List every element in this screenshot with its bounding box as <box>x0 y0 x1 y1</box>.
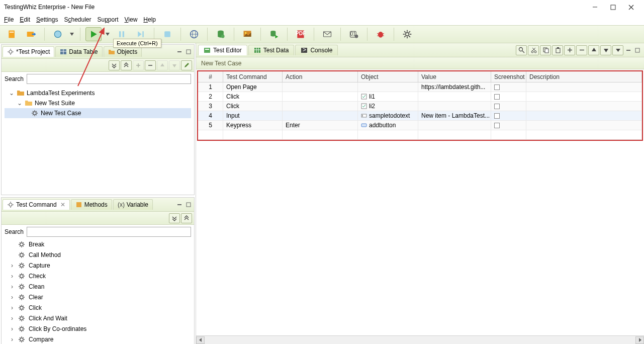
new-file-icon[interactable] <box>4 27 20 41</box>
panel-maximize-icon[interactable] <box>633 46 641 54</box>
bug-icon[interactable] <box>373 27 389 41</box>
chevron-right-icon[interactable]: › <box>10 336 15 343</box>
cell-action[interactable] <box>283 82 358 92</box>
table-row[interactable] <box>198 130 642 140</box>
panel-minimize-icon[interactable] <box>624 46 632 54</box>
command-item[interactable]: › Clean <box>2 281 194 292</box>
maximize-button[interactable] <box>604 1 622 13</box>
cell-action[interactable]: Enter <box>283 121 358 130</box>
checkbox-icon[interactable] <box>494 94 500 100</box>
tab-test-project[interactable]: *Test Project <box>3 46 54 57</box>
search-icon[interactable] <box>516 45 527 55</box>
remove-row-icon[interactable] <box>576 45 587 55</box>
tab-variable[interactable]: (x) Variable <box>113 199 153 210</box>
horizontal-scrollbar[interactable] <box>196 335 644 344</box>
cell-screenshot[interactable] <box>491 92 526 101</box>
cell-screenshot[interactable] <box>491 121 526 130</box>
panel-minimize-icon[interactable] <box>175 201 183 209</box>
cell-value[interactable] <box>418 92 491 101</box>
cell-cmd[interactable]: Click <box>223 92 283 101</box>
database-icon[interactable] <box>213 27 229 41</box>
paste-icon[interactable] <box>552 45 563 55</box>
command-item[interactable]: › Compare <box>2 334 194 344</box>
col-shot[interactable]: Screenshot <box>491 71 526 82</box>
test-steps-table[interactable]: # Test Command Action Object Value Scree… <box>197 70 643 141</box>
globe-icon[interactable] <box>186 27 202 41</box>
command-item[interactable]: › Click By Co-ordinates <box>2 323 194 334</box>
open-file-icon[interactable] <box>23 27 39 41</box>
cell-object[interactable]: li2 <box>358 102 418 111</box>
cell-object[interactable]: addbutton <box>358 121 418 130</box>
minimize-button[interactable] <box>586 1 604 13</box>
expand-all-icon[interactable] <box>109 60 120 70</box>
command-item[interactable]: Call Method <box>2 249 194 260</box>
table-row[interactable]: 4 Input sampletodotext New item - Lambda… <box>198 111 642 121</box>
panel-minimize-icon[interactable] <box>175 48 183 56</box>
table-row[interactable]: 1 Open Page https://lambdatest.gith... <box>198 82 642 92</box>
menu-icon[interactable] <box>612 45 623 55</box>
cell-value[interactable] <box>418 102 491 111</box>
cut-icon[interactable] <box>528 45 539 55</box>
cell-action[interactable] <box>283 102 358 111</box>
checkbox-icon[interactable] <box>494 104 500 109</box>
cell-cmd[interactable]: Keypress <box>223 121 283 130</box>
edit-icon[interactable] <box>181 60 192 70</box>
command-search-input[interactable] <box>27 227 191 237</box>
cell-desc[interactable] <box>526 111 642 120</box>
remove-icon[interactable] <box>145 60 156 70</box>
database-run-icon[interactable] <box>266 27 282 41</box>
command-item[interactable]: Break <box>2 239 194 249</box>
chevron-right-icon[interactable]: › <box>10 315 15 322</box>
cell-cmd[interactable]: Input <box>223 111 283 120</box>
cell-screenshot[interactable] <box>491 102 526 111</box>
menu-edit[interactable]: Edit <box>20 16 30 23</box>
collapse-all-icon[interactable] <box>181 213 192 223</box>
col-desc[interactable]: Description <box>526 71 642 82</box>
variable-icon[interactable]: 01 <box>346 27 362 41</box>
col-val[interactable]: Value <box>418 71 491 82</box>
scroll-left-icon[interactable] <box>196 336 205 344</box>
command-item[interactable]: › Check <box>2 271 194 281</box>
record-icon[interactable] <box>50 27 66 41</box>
cell-object[interactable]: li1 <box>358 92 418 101</box>
move-up-icon[interactable] <box>157 60 168 70</box>
cell-desc[interactable] <box>526 92 642 101</box>
tab-test-data[interactable]: Test Data <box>248 45 295 55</box>
table-row[interactable]: 5 Keypress Enter addbutton <box>198 121 642 130</box>
chevron-down-icon[interactable]: ⌄ <box>9 90 15 97</box>
menu-settings[interactable]: Settings <box>36 16 58 23</box>
execute-icon[interactable] <box>85 27 102 41</box>
project-tree[interactable]: ⌄ LambdaTest Experiments ⌄ New Test Suit… <box>2 86 194 195</box>
collapse-all-icon[interactable] <box>121 60 132 70</box>
execute-dropdown[interactable] <box>105 33 111 36</box>
chevron-right-icon[interactable]: › <box>10 283 15 290</box>
menu-file[interactable]: File <box>4 16 14 23</box>
menu-view[interactable]: View <box>125 16 138 23</box>
command-list[interactable]: Break Call Method› Capture› Check› Clean… <box>2 239 194 344</box>
scroll-right-icon[interactable] <box>635 336 644 344</box>
menu-help[interactable]: Help <box>143 16 156 23</box>
tree-root[interactable]: ⌄ LambdaTest Experiments <box>5 88 191 98</box>
table-row[interactable]: 3 Click li2 <box>198 102 642 111</box>
close-button[interactable] <box>622 1 640 13</box>
cell-screenshot[interactable] <box>491 82 526 92</box>
chevron-right-icon[interactable]: › <box>10 273 15 280</box>
tab-data-table[interactable]: Data Table <box>55 46 102 57</box>
checkbox-icon[interactable] <box>494 113 500 119</box>
copy-icon[interactable] <box>540 45 551 55</box>
command-item[interactable]: › Click <box>2 302 194 313</box>
move-up-icon[interactable] <box>588 45 599 55</box>
cell-action[interactable] <box>283 111 358 120</box>
col-obj[interactable]: Object <box>358 71 418 82</box>
tab-methods[interactable]: Methods <box>71 199 112 210</box>
panel-maximize-icon[interactable] <box>185 201 193 209</box>
cell-screenshot[interactable] <box>491 111 526 120</box>
tab-test-editor[interactable]: Test Editor <box>198 45 247 55</box>
expand-all-icon[interactable] <box>169 213 180 223</box>
tab-console[interactable]: >_ Console <box>295 45 338 55</box>
stop-icon[interactable] <box>159 27 175 41</box>
table-row[interactable]: 2 Click li1 <box>198 92 642 102</box>
tree-suite[interactable]: ⌄ New Test Suite <box>5 98 191 108</box>
tree-case[interactable]: New Test Case <box>5 108 191 118</box>
menu-support[interactable]: Support <box>97 16 118 23</box>
